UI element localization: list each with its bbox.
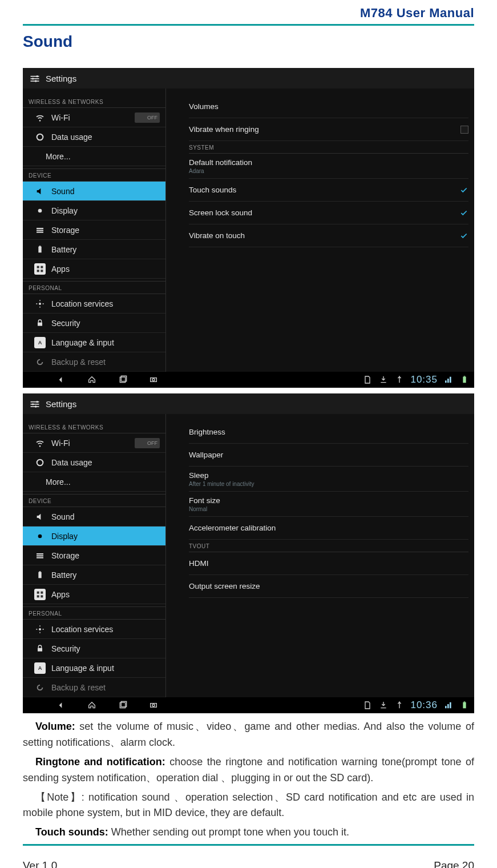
sidebar-item-location[interactable]: Location services bbox=[23, 620, 165, 639]
sidebar-item-location[interactable]: Location services bbox=[23, 294, 165, 314]
settings-icon bbox=[29, 72, 41, 85]
row-font-size[interactable]: Font size Normal bbox=[189, 492, 468, 517]
sidebar-item-backup[interactable]: Backup & reset bbox=[23, 352, 165, 372]
svg-point-49 bbox=[152, 704, 155, 706]
sidebar-item-security[interactable]: Security bbox=[23, 639, 165, 658]
sd-card-icon bbox=[362, 375, 373, 385]
screenshot-sound: Settings WIRELESS & NETWORKS Wi-Fi OFF D… bbox=[23, 68, 474, 388]
wifi-switch[interactable]: OFF bbox=[135, 112, 160, 123]
para-text: 【Note】: notification sound 、operation se… bbox=[23, 791, 474, 819]
svg-rect-34 bbox=[37, 553, 43, 554]
para-volume: Volume: set the volume of music、video、ga… bbox=[23, 719, 474, 751]
sound-icon bbox=[34, 511, 46, 523]
row-label: Accelerometer calibration bbox=[189, 524, 276, 532]
sidebar-item-label: Security bbox=[51, 319, 80, 328]
svg-text:A: A bbox=[38, 340, 42, 345]
sidebar-item-label: Display bbox=[51, 206, 78, 215]
download-icon bbox=[378, 375, 389, 385]
sidebar-item-language[interactable]: A Language & input bbox=[23, 658, 165, 678]
checkbox-checked-icon[interactable] bbox=[459, 209, 468, 217]
svg-point-7 bbox=[38, 208, 42, 212]
data-usage-icon bbox=[34, 457, 46, 468]
usb-icon bbox=[394, 700, 405, 710]
sidebar-item-data-usage[interactable]: Data usage bbox=[23, 453, 165, 472]
sidebar-item-sound[interactable]: Sound bbox=[23, 507, 165, 527]
row-output-resize[interactable]: Output screen resize bbox=[189, 575, 468, 598]
version-label: Ver 1.0 bbox=[23, 859, 57, 868]
sidebar-item-more[interactable]: More... bbox=[23, 147, 165, 166]
svg-point-23 bbox=[152, 379, 155, 381]
sidebar-item-label: Language & input bbox=[51, 338, 114, 347]
svg-rect-40 bbox=[41, 591, 43, 593]
row-accelerometer[interactable]: Accelerometer calibration bbox=[189, 517, 468, 540]
display-icon bbox=[34, 205, 46, 216]
sidebar-item-wifi[interactable]: Wi-Fi OFF bbox=[23, 108, 165, 127]
sidebar-item-more[interactable]: More... bbox=[23, 472, 165, 492]
sidebar-item-display[interactable]: Display bbox=[23, 527, 165, 546]
sidebar-item-apps[interactable]: Apps bbox=[23, 259, 165, 279]
home-icon[interactable] bbox=[87, 375, 97, 385]
sidebar-item-language[interactable]: A Language & input bbox=[23, 333, 165, 352]
recent-icon[interactable] bbox=[118, 375, 128, 385]
sidebar-item-label: Battery bbox=[51, 245, 76, 254]
recent-icon[interactable] bbox=[118, 700, 128, 710]
svg-rect-12 bbox=[39, 246, 41, 247]
row-touch-sounds[interactable]: Touch sounds bbox=[189, 179, 468, 202]
svg-rect-8 bbox=[37, 228, 43, 229]
page: M784 User Manual Sound Settings WIRELESS… bbox=[0, 0, 497, 868]
row-subtext: Normal bbox=[189, 506, 220, 512]
svg-text:A: A bbox=[38, 665, 42, 671]
sidebar-item-backup[interactable]: Backup & reset bbox=[23, 678, 165, 697]
row-vibrate-ringing[interactable]: Vibrate when ringing bbox=[189, 118, 468, 141]
sidebar-item-data-usage[interactable]: Data usage bbox=[23, 127, 165, 147]
row-wallpaper[interactable]: Wallpaper bbox=[189, 444, 468, 467]
row-vibrate-on-touch[interactable]: Vibrate on touch bbox=[189, 224, 468, 247]
checkbox-unchecked[interactable] bbox=[460, 126, 468, 134]
sidebar-item-security[interactable]: Security bbox=[23, 314, 165, 333]
svg-rect-44 bbox=[38, 648, 42, 651]
back-icon[interactable] bbox=[56, 700, 66, 710]
row-screen-lock-sound[interactable]: Screen lock sound bbox=[189, 202, 468, 224]
screenshot-icon[interactable] bbox=[148, 375, 159, 385]
checkbox-checked-icon[interactable] bbox=[459, 232, 468, 240]
sidebar-item-sound[interactable]: Sound bbox=[23, 182, 165, 201]
row-label: HDMI bbox=[189, 559, 209, 568]
sidebar-item-storage[interactable]: Storage bbox=[23, 546, 165, 565]
display-icon bbox=[34, 531, 46, 542]
sidebar-item-label: Location services bbox=[51, 299, 113, 308]
sidebar-item-battery[interactable]: Battery bbox=[23, 565, 165, 585]
sidebar-item-battery[interactable]: Battery bbox=[23, 240, 165, 259]
back-icon[interactable] bbox=[56, 375, 66, 385]
download-icon bbox=[378, 700, 389, 710]
settings-sidebar: WIRELESS & NETWORKS Wi-Fi OFF Data usage… bbox=[23, 89, 165, 372]
svg-rect-24 bbox=[463, 377, 466, 383]
sidebar-item-storage[interactable]: Storage bbox=[23, 220, 165, 240]
svg-point-43 bbox=[39, 628, 41, 630]
para-touch: Touch sounds: Whether sending out prompt… bbox=[23, 825, 474, 841]
settings-content: Brightness Wallpaper Sleep After 1 minut… bbox=[165, 414, 474, 697]
sidebar-item-display[interactable]: Display bbox=[23, 201, 165, 220]
sidebar-header-wireless: WIRELESS & NETWORKS bbox=[23, 95, 165, 108]
row-label: Volumes bbox=[189, 102, 219, 111]
home-icon[interactable] bbox=[87, 700, 97, 710]
doc-header-title: M784 User Manual bbox=[360, 6, 474, 21]
sidebar-item-label: Security bbox=[51, 644, 80, 653]
para-text: set the volume of music、video、game and o… bbox=[23, 721, 474, 748]
sidebar-item-label: Data usage bbox=[51, 458, 92, 467]
row-volumes[interactable]: Volumes bbox=[189, 95, 468, 118]
sidebar-item-label: Location services bbox=[51, 625, 113, 634]
row-label: Vibrate on touch bbox=[189, 231, 245, 240]
screenshot-icon[interactable] bbox=[148, 700, 159, 710]
row-sleep[interactable]: Sleep After 1 minute of inactivity bbox=[189, 467, 468, 492]
wifi-switch[interactable]: OFF bbox=[135, 438, 160, 448]
row-hdmi[interactable]: HDMI bbox=[189, 552, 468, 575]
sidebar-item-wifi[interactable]: Wi-Fi OFF bbox=[23, 433, 165, 453]
checkbox-checked-icon[interactable] bbox=[459, 186, 468, 194]
para-ringtone: Ringtone and notification: choose the ri… bbox=[23, 754, 474, 786]
row-default-notification[interactable]: Default notification Adara bbox=[189, 154, 468, 179]
sidebar-item-apps[interactable]: Apps bbox=[23, 585, 165, 604]
backup-icon bbox=[34, 682, 46, 693]
svg-rect-35 bbox=[37, 555, 43, 556]
battery-status-icon bbox=[459, 375, 470, 385]
row-brightness[interactable]: Brightness bbox=[189, 421, 468, 444]
